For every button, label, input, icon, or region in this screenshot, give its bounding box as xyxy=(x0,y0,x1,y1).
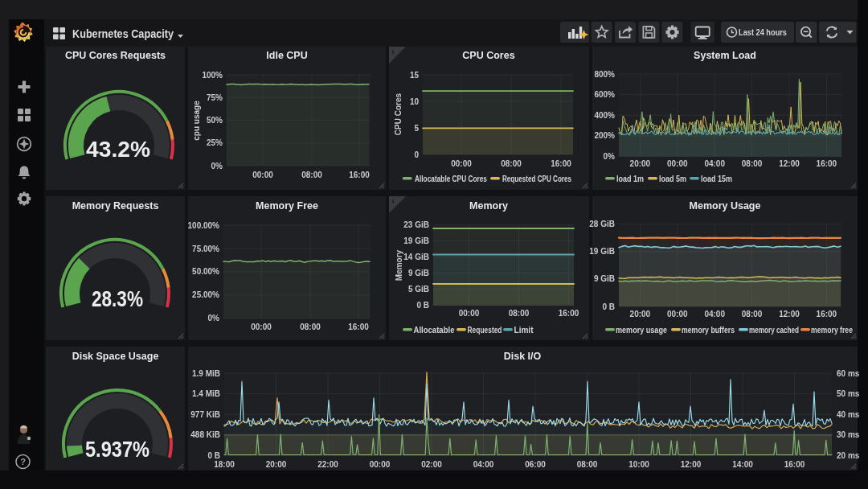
svg-text:08:00: 08:00 xyxy=(501,159,522,168)
svg-text:0%: 0% xyxy=(211,162,223,171)
svg-text:19 GiB: 19 GiB xyxy=(403,236,429,245)
svg-text:100%: 100% xyxy=(202,71,223,80)
svg-text:15: 15 xyxy=(410,71,420,80)
svg-text:5: 5 xyxy=(414,124,419,133)
svg-text:08:00: 08:00 xyxy=(300,323,321,331)
svg-text:10:00: 10:00 xyxy=(628,460,649,469)
svg-text:800%: 800% xyxy=(594,70,615,79)
svg-text:0%: 0% xyxy=(208,314,220,323)
svg-text:Allocatable CPU Cores: Allocatable CPU Cores xyxy=(415,175,487,183)
svg-text:Requested CPU Cores: Requested CPU Cores xyxy=(502,175,571,183)
svg-text:08:00: 08:00 xyxy=(742,310,763,318)
svg-text:02:00: 02:00 xyxy=(421,460,442,469)
svg-text:25.00%: 25.00% xyxy=(192,290,219,299)
svg-text:16:00: 16:00 xyxy=(551,159,571,168)
svg-text:Memory Free: Memory Free xyxy=(256,200,318,212)
svg-text:00:00: 00:00 xyxy=(451,159,472,168)
svg-text:20:00: 20:00 xyxy=(630,159,651,168)
svg-text:28 GiB: 28 GiB xyxy=(589,220,615,228)
svg-text:06:00: 06:00 xyxy=(525,460,546,469)
svg-text:Disk Space Usage: Disk Space Usage xyxy=(72,351,159,362)
svg-text:18:00: 18:00 xyxy=(214,460,235,469)
svg-text:Requested: Requested xyxy=(468,326,502,335)
svg-text:i: i xyxy=(392,198,394,205)
svg-text:System Load: System Load xyxy=(694,50,756,61)
svg-text:0%: 0% xyxy=(604,152,616,161)
svg-text:08:00: 08:00 xyxy=(301,171,322,179)
svg-text:12:00: 12:00 xyxy=(779,310,800,318)
svg-text:14 GiB: 14 GiB xyxy=(403,253,429,261)
svg-text:load 1m: load 1m xyxy=(616,175,644,183)
svg-text:memory cached: memory cached xyxy=(749,326,799,335)
svg-text:23 GiB: 23 GiB xyxy=(403,220,429,229)
svg-text:1.9 MiB: 1.9 MiB xyxy=(192,369,220,378)
svg-text:50%: 50% xyxy=(207,116,223,125)
svg-text:16:00: 16:00 xyxy=(817,159,837,168)
svg-text:22:00: 22:00 xyxy=(317,460,338,469)
svg-text:977 KiB: 977 KiB xyxy=(190,410,220,419)
svg-text:00:00: 00:00 xyxy=(251,323,272,331)
svg-text:20:00: 20:00 xyxy=(266,460,287,469)
svg-text:75.00%: 75.00% xyxy=(192,244,219,253)
svg-text:CPU Cores: CPU Cores xyxy=(462,50,514,61)
svg-text:9 GiB: 9 GiB xyxy=(594,274,615,283)
svg-text:08:00: 08:00 xyxy=(509,309,530,318)
svg-text:i: i xyxy=(392,48,394,55)
svg-text:19 GiB: 19 GiB xyxy=(589,247,615,256)
svg-text:memory usage: memory usage xyxy=(616,326,667,335)
svg-text:00:00: 00:00 xyxy=(370,460,391,469)
svg-text:0 B: 0 B xyxy=(602,302,615,311)
svg-text:14:00: 14:00 xyxy=(732,460,753,469)
svg-text:00:00: 00:00 xyxy=(252,171,273,179)
svg-text:75%: 75% xyxy=(207,93,223,102)
svg-text:memory free: memory free xyxy=(811,326,853,335)
svg-text:488 KiB: 488 KiB xyxy=(190,430,220,439)
svg-text:50 ms: 50 ms xyxy=(837,389,860,398)
svg-text:0 B: 0 B xyxy=(207,451,220,460)
svg-text:50.00%: 50.00% xyxy=(192,267,219,276)
svg-text:12:00: 12:00 xyxy=(779,159,800,168)
svg-text:25%: 25% xyxy=(207,138,223,147)
svg-text:0 B: 0 B xyxy=(416,301,429,310)
svg-text:9 GiB: 9 GiB xyxy=(408,269,429,277)
svg-text:600%: 600% xyxy=(594,90,615,99)
svg-text:load 5m: load 5m xyxy=(659,175,686,183)
svg-text:5.937%: 5.937% xyxy=(85,437,149,462)
svg-text:28.3%: 28.3% xyxy=(92,286,143,311)
svg-text:20 ms: 20 ms xyxy=(837,451,860,460)
svg-text:Idle CPU: Idle CPU xyxy=(266,50,307,61)
svg-text:16:00: 16:00 xyxy=(348,323,369,331)
svg-text:400%: 400% xyxy=(594,111,615,120)
svg-text:16:00: 16:00 xyxy=(559,309,579,318)
svg-text:00:00: 00:00 xyxy=(459,309,480,318)
svg-text:Limit: Limit xyxy=(514,326,534,335)
svg-text:200%: 200% xyxy=(594,131,615,140)
svg-text:5 GiB: 5 GiB xyxy=(408,285,429,294)
svg-text:40 ms: 40 ms xyxy=(837,410,860,419)
svg-text:memory buffers: memory buffers xyxy=(682,326,735,335)
svg-text:20:00: 20:00 xyxy=(630,310,651,318)
svg-text:0: 0 xyxy=(414,150,419,159)
svg-text:1.4 MiB: 1.4 MiB xyxy=(192,389,220,398)
svg-text:12:00: 12:00 xyxy=(681,460,702,469)
svg-text:00:00: 00:00 xyxy=(667,159,688,168)
svg-text:08:00: 08:00 xyxy=(742,159,763,168)
svg-text:Memory: Memory xyxy=(469,200,508,212)
svg-text:43.2%: 43.2% xyxy=(86,137,150,162)
svg-text:04:00: 04:00 xyxy=(473,460,494,469)
svg-text:16:00: 16:00 xyxy=(784,460,805,469)
svg-text:16:00: 16:00 xyxy=(817,310,837,318)
svg-text:16:00: 16:00 xyxy=(349,171,370,179)
svg-text:Disk I/O: Disk I/O xyxy=(504,351,542,362)
svg-text:10: 10 xyxy=(410,97,420,106)
svg-text:Memory: Memory xyxy=(395,249,403,281)
svg-text:Memory Requests: Memory Requests xyxy=(72,200,159,212)
svg-text:load 15m: load 15m xyxy=(701,175,732,183)
svg-text:00:00: 00:00 xyxy=(667,310,688,318)
svg-text:30 ms: 30 ms xyxy=(837,430,860,439)
svg-text:04:00: 04:00 xyxy=(704,159,725,168)
svg-text:cpu usage: cpu usage xyxy=(192,101,201,141)
svg-text:CPU Cores Requests: CPU Cores Requests xyxy=(65,50,166,61)
svg-text:Memory Usage: Memory Usage xyxy=(690,200,761,212)
svg-text:60 ms: 60 ms xyxy=(837,369,860,378)
